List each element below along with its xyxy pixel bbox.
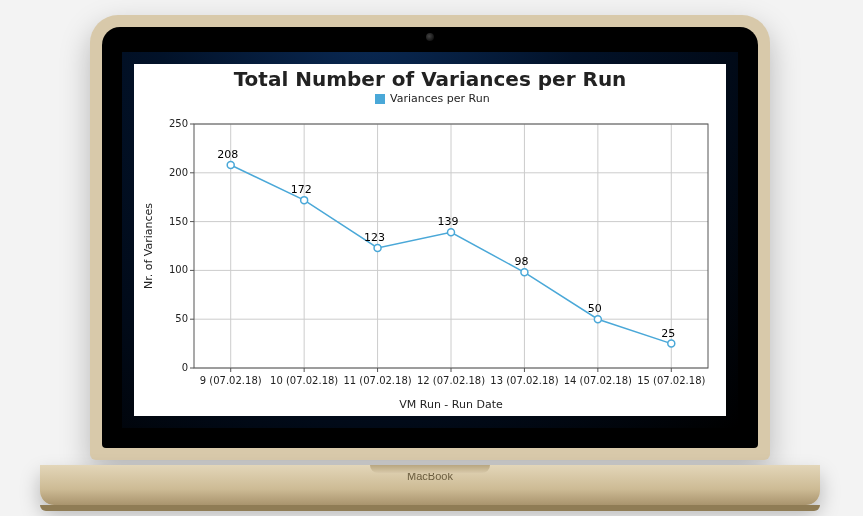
y-tick-label: 150 xyxy=(169,216,188,227)
screen-bezel: 0501001502002509 (07.02.18)10 (07.02.18)… xyxy=(102,27,758,448)
trackpad-notch xyxy=(370,465,490,473)
y-tick-label: 100 xyxy=(169,264,188,275)
camera-icon xyxy=(426,33,434,41)
x-axis-label: VM Run - Run Date xyxy=(399,398,503,411)
data-point xyxy=(448,229,455,236)
laptop-hinge: MacBook xyxy=(40,465,820,505)
data-point xyxy=(594,316,601,323)
y-axis-label: Nr. of Variances xyxy=(142,203,155,289)
y-tick-label: 50 xyxy=(175,313,188,324)
legend-swatch xyxy=(375,94,385,104)
data-point xyxy=(521,269,528,276)
x-tick-label: 14 (07.02.18) xyxy=(564,375,632,386)
data-label: 98 xyxy=(514,255,528,268)
laptop-mockup: 0501001502002509 (07.02.18)10 (07.02.18)… xyxy=(90,15,770,500)
x-tick-label: 11 (07.02.18) xyxy=(343,375,411,386)
data-label: 50 xyxy=(588,302,602,315)
laptop-lid: 0501001502002509 (07.02.18)10 (07.02.18)… xyxy=(90,15,770,460)
chart-canvas: 0501001502002509 (07.02.18)10 (07.02.18)… xyxy=(134,64,726,416)
chart-window: 0501001502002509 (07.02.18)10 (07.02.18)… xyxy=(134,64,726,416)
data-point xyxy=(668,340,675,347)
y-tick-label: 250 xyxy=(169,118,188,129)
data-point xyxy=(374,244,381,251)
chart-title: Total Number of Variances per Run xyxy=(234,67,627,91)
laptop-feet xyxy=(40,505,820,511)
data-label: 208 xyxy=(217,148,238,161)
x-tick-label: 13 (07.02.18) xyxy=(490,375,558,386)
data-label: 25 xyxy=(661,327,675,340)
x-tick-label: 10 (07.02.18) xyxy=(270,375,338,386)
y-tick-label: 0 xyxy=(182,362,188,373)
data-point xyxy=(227,161,234,168)
x-tick-label: 12 (07.02.18) xyxy=(417,375,485,386)
data-label: 139 xyxy=(438,215,459,228)
desktop-wallpaper: 0501001502002509 (07.02.18)10 (07.02.18)… xyxy=(122,52,738,428)
x-tick-label: 15 (07.02.18) xyxy=(637,375,705,386)
data-point xyxy=(301,197,308,204)
data-label: 123 xyxy=(364,231,385,244)
x-tick-label: 9 (07.02.18) xyxy=(200,375,262,386)
y-tick-label: 200 xyxy=(169,167,188,178)
data-label: 172 xyxy=(291,183,312,196)
legend-label: Variances per Run xyxy=(390,92,490,105)
